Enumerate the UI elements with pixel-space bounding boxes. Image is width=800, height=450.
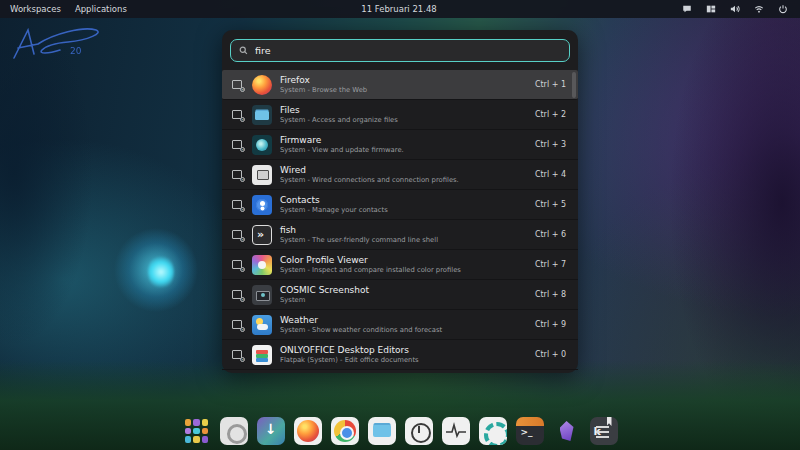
notes-icon[interactable]: k [590,417,618,445]
svg-text:20: 20 [70,46,82,56]
launch-icon: + [232,199,244,211]
launch-icon: + [232,259,244,271]
result-description: Flatpak (System) - Edit office documents [280,356,527,364]
result-row-firefox[interactable]: + Firefox System - Browse the Web Ctrl +… [222,70,578,100]
result-shortcut: Ctrl + 3 [535,140,566,149]
top-panel: Workspaces Applications 11 Februari 21.4… [0,0,800,18]
result-row-cosmic-screenshot[interactable]: + COSMIC Screenshot System Ctrl + 8 [222,280,578,310]
result-shortcut: Ctrl + 5 [535,200,566,209]
weather-app-icon [252,315,272,335]
results-list: + Firefox System - Browse the Web Ctrl +… [222,70,578,373]
fish-app-icon [252,225,272,245]
result-shortcut: Ctrl + 8 [535,290,566,299]
terminal-icon[interactable] [516,417,544,445]
wallpaper-glow [148,255,174,289]
color-profile-app-icon [252,255,272,275]
launch-icon: + [232,319,244,331]
firmware-app-icon [252,135,272,155]
result-description: System - Browse the Web [280,86,527,94]
chrome-icon[interactable] [331,417,359,445]
result-title: ONLYOFFICE Desktop Editors [280,345,527,355]
result-shortcut: Ctrl + 0 [535,350,566,359]
firefox-icon[interactable] [294,417,322,445]
launch-icon: + [232,79,244,91]
search-input[interactable] [255,45,561,56]
result-row-files[interactable]: + Files System - Access and organize fil… [222,100,578,130]
launch-icon: + [232,289,244,301]
result-row-firmware[interactable]: + Firmware System - View and update firm… [222,130,578,160]
result-description: System - View and update firmware. [280,146,527,154]
result-row-onlyoffice[interactable]: + ONLYOFFICE Desktop Editors Flatpak (Sy… [222,340,578,370]
scrollbar-thumb[interactable] [572,72,576,98]
result-row-fish[interactable]: + fish System - The user-friendly comman… [222,220,578,250]
search-box[interactable] [230,39,570,62]
result-description: System - Access and organize files [280,116,527,124]
result-row-weather[interactable]: + Weather System - Show weather conditio… [222,310,578,340]
launch-icon: + [232,349,244,361]
result-shortcut: Ctrl + 2 [535,110,566,119]
result-description: System - The user-friendly command line … [280,236,527,244]
power-icon[interactable] [777,4,788,15]
package-installer-icon[interactable] [257,417,285,445]
result-title: COSMIC Screenshot [280,285,527,295]
obsidian-icon[interactable] [553,417,581,445]
result-title: Contacts [280,195,527,205]
wifi-icon[interactable] [753,4,764,15]
wired-app-icon [252,165,272,185]
dock: k [0,415,800,447]
result-shortcut: Ctrl + 1 [535,80,566,89]
timer-icon[interactable] [405,417,433,445]
result-description: System [280,296,527,304]
result-description: System - Inspect and compare installed c… [280,266,527,274]
result-description: System - Show weather conditions and for… [280,326,527,334]
screenshot-app-icon [252,285,272,305]
settings-icon[interactable] [479,417,507,445]
app-grid-icon[interactable] [183,417,211,445]
chat-icon[interactable] [681,4,692,15]
result-row-wired[interactable]: + Wired System - Wired connections and c… [222,160,578,190]
result-shortcut: Ctrl + 7 [535,260,566,269]
store-icon[interactable] [220,417,248,445]
launch-icon: + [232,109,244,121]
applications-menu[interactable]: Applications [75,4,127,14]
tiling-icon[interactable] [705,4,716,15]
files-app-icon [252,105,272,125]
launch-icon: + [232,229,244,241]
wallpaper-tree-left [0,40,140,370]
result-shortcut: Ctrl + 9 [535,320,566,329]
result-shortcut: Ctrl + 6 [535,230,566,239]
launch-icon: + [232,169,244,181]
launch-icon: + [232,139,244,151]
result-title: Wired [280,165,527,175]
result-title: Firefox [280,75,527,85]
result-title: Files [280,105,527,115]
artist-signature: 20 [8,20,118,80]
result-description: System - Manage your contacts [280,206,527,214]
files-icon[interactable] [368,417,396,445]
onlyoffice-app-icon [252,345,272,365]
volume-icon[interactable] [729,4,740,15]
result-row-contacts[interactable]: + Contacts System - Manage your contacts… [222,190,578,220]
result-description: System - Wired connections and connectio… [280,176,527,184]
result-title: Firmware [280,135,527,145]
result-title: Weather [280,315,527,325]
result-shortcut: Ctrl + 4 [535,170,566,179]
firefox-app-icon [252,75,272,95]
contacts-app-icon [252,195,272,215]
system-monitor-icon[interactable] [442,417,470,445]
cosmic-launcher: + Firefox System - Browse the Web Ctrl +… [222,30,578,373]
workspaces-menu[interactable]: Workspaces [10,4,61,14]
result-row-color-profile-viewer[interactable]: + Color Profile Viewer System - Inspect … [222,250,578,280]
result-title: fish [280,225,527,235]
search-icon [239,46,248,55]
clock[interactable]: 11 Februari 21.48 [361,4,437,14]
result-title: Color Profile Viewer [280,255,527,265]
